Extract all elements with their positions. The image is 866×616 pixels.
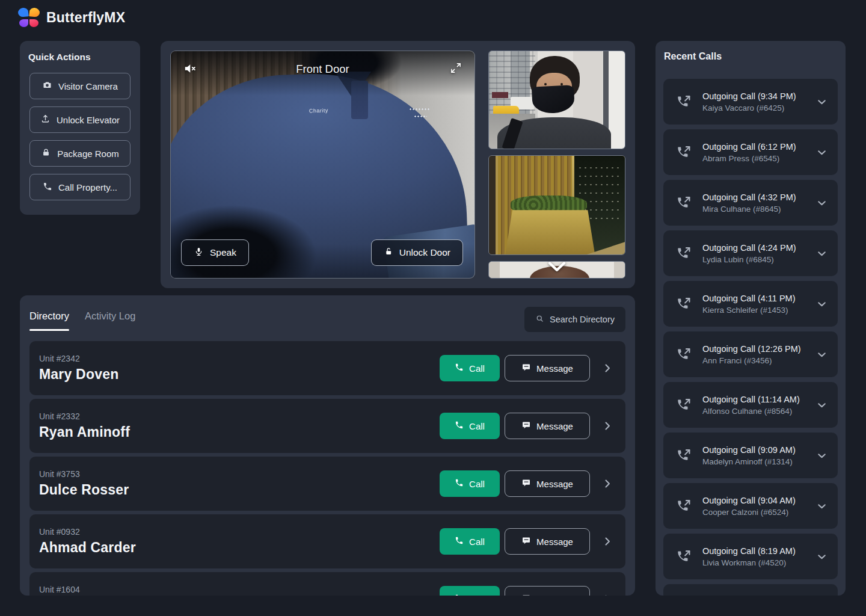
resident-name: Mary Doven xyxy=(39,366,118,383)
search-directory-label: Search Directory xyxy=(550,315,615,324)
call-button[interactable]: Call xyxy=(440,470,500,497)
recent-call-item[interactable] xyxy=(663,584,838,596)
lock-icon xyxy=(41,147,51,159)
call-info: Outgoing Call (9:34 PM) Kaiya Vaccaro (#… xyxy=(702,91,796,112)
chevron-right-icon[interactable] xyxy=(601,478,613,490)
arrow-up-from-bracket-icon xyxy=(40,114,51,126)
logo-wing-orange xyxy=(29,7,40,17)
resident-info: Unit #0932 Ahmad Carder xyxy=(39,527,136,556)
chat-bubble-icon xyxy=(521,594,531,596)
recent-call-item[interactable]: Outgoing Call (4:32 PM) Mira Culhane (#8… xyxy=(663,180,838,226)
message-button[interactable]: Message xyxy=(505,528,590,555)
call-info: Outgoing Call (8:19 AM) Livia Workman (#… xyxy=(702,546,796,567)
resident-name: Ahmad Carder xyxy=(39,540,136,556)
outgoing-call-icon xyxy=(677,196,692,211)
call-button[interactable]: Call xyxy=(440,413,500,439)
camera-icon xyxy=(42,80,52,92)
call-info: Outgoing Call (9:04 AM) Cooper Calzoni (… xyxy=(702,496,796,517)
call-property-label: Call Property... xyxy=(58,182,117,192)
directory-row[interactable]: Unit #3753 Dulce Rosser Call Mess xyxy=(29,457,625,511)
recent-call-item[interactable]: Outgoing Call (11:14 AM) Alfonso Culhane… xyxy=(663,382,838,428)
chat-bubble-icon xyxy=(521,478,531,490)
tab-directory[interactable]: Directory xyxy=(29,310,69,331)
lobby-door-edge-art xyxy=(496,156,497,254)
front-door-camera-feed: Charity Front Door Speak Unlock xyxy=(170,51,475,279)
shirt-logo-dots-art xyxy=(409,108,431,111)
call-subtitle: Kierra Schleifer (#1453) xyxy=(702,306,795,315)
chevron-right-icon[interactable] xyxy=(601,420,613,432)
directory-row[interactable]: Unit #1604 Call Message xyxy=(29,572,625,596)
chevron-down-icon[interactable] xyxy=(815,449,828,462)
recent-call-item[interactable]: Outgoing Call (9:04 AM) Cooper Calzoni (… xyxy=(663,483,838,529)
chevron-right-icon[interactable] xyxy=(601,593,613,596)
video-panel: Charity Front Door Speak Unlock xyxy=(161,41,635,288)
call-subtitle: Livia Workman (#4520) xyxy=(702,558,796,567)
message-label: Message xyxy=(536,363,573,374)
call-property-button[interactable]: Call Property... xyxy=(29,174,131,200)
message-label: Message xyxy=(536,479,573,489)
speak-button[interactable]: Speak xyxy=(181,239,249,266)
recent-call-item[interactable]: Outgoing Call (8:19 AM) Livia Workman (#… xyxy=(663,534,838,579)
message-button[interactable]: Message xyxy=(505,470,590,497)
unlock-elevator-button[interactable]: Unlock Elevator xyxy=(29,106,131,133)
brass-planter-art xyxy=(505,210,595,254)
recent-calls-panel: Recent Calls Outgoing Call (9:34 PM) Kai… xyxy=(656,41,846,596)
search-icon xyxy=(535,314,544,325)
camera-thumbnail-lobby[interactable] xyxy=(488,155,625,255)
visitor-camera-button[interactable]: Visitor Camera xyxy=(29,73,131,99)
outgoing-call-icon xyxy=(677,94,692,109)
chevron-down-icon[interactable] xyxy=(815,348,828,361)
unlock-door-button[interactable]: Unlock Door xyxy=(371,239,463,266)
chevron-down-icon[interactable] xyxy=(815,247,828,260)
call-title: Outgoing Call (11:14 AM) xyxy=(702,395,800,404)
search-directory-button[interactable]: Search Directory xyxy=(524,307,625,332)
chevron-right-icon[interactable] xyxy=(601,362,613,374)
chevron-down-icon[interactable] xyxy=(815,500,828,513)
chevron-right-icon[interactable] xyxy=(601,535,613,547)
chevron-down-icon[interactable] xyxy=(815,399,828,411)
row-actions: Call Message xyxy=(440,470,613,497)
directory-row[interactable]: Unit #2332 Ryan Aminoff Call Mess xyxy=(29,399,625,453)
resident-info: Unit #2332 Ryan Aminoff xyxy=(39,411,130,440)
directory-row[interactable]: Unit #0932 Ahmad Carder Call Mess xyxy=(29,514,625,568)
directory-row[interactable]: Unit #2342 Mary Doven Call Messag xyxy=(29,341,625,395)
chevron-down-icon[interactable] xyxy=(815,146,828,159)
outgoing-call-icon xyxy=(677,448,692,463)
fullscreen-button[interactable] xyxy=(449,61,462,76)
call-button[interactable]: Call xyxy=(440,586,500,596)
recent-call-item[interactable]: Outgoing Call (4:24 PM) Lydia Lubin (#68… xyxy=(663,230,838,276)
recent-call-item[interactable]: Outgoing Call (9:09 AM) Madelyn Aminoff … xyxy=(663,433,838,478)
outgoing-call-icon xyxy=(677,246,692,261)
package-room-button[interactable]: Package Room xyxy=(29,140,131,167)
tab-activity-log[interactable]: Activity Log xyxy=(85,310,135,331)
logo-wing-blue xyxy=(17,7,28,17)
recent-call-item[interactable]: Outgoing Call (4:11 PM) Kierra Schleifer… xyxy=(663,281,838,327)
camera-thumbnail-visitor[interactable] xyxy=(488,51,625,149)
message-button[interactable]: Message xyxy=(505,355,590,381)
message-label: Message xyxy=(536,537,573,547)
unit-number: Unit #1604 xyxy=(39,585,80,594)
chevron-down-icon[interactable] xyxy=(815,298,828,310)
chevron-down-icon[interactable] xyxy=(815,550,828,563)
chevron-down-icon[interactable] xyxy=(815,96,828,108)
recent-call-item[interactable]: Outgoing Call (6:12 PM) Abram Press (#65… xyxy=(663,129,838,175)
chevron-down-icon[interactable] xyxy=(815,197,828,209)
recent-calls-title: Recent Calls xyxy=(664,51,722,62)
call-button[interactable]: Call xyxy=(440,355,500,381)
unlock-door-label: Unlock Door xyxy=(399,247,450,258)
visitor-camera-label: Visitor Camera xyxy=(58,81,118,91)
mute-button[interactable] xyxy=(183,61,197,78)
more-cameras-chevron-icon[interactable] xyxy=(547,261,567,275)
message-button[interactable]: Message xyxy=(505,586,590,596)
phone-icon xyxy=(455,594,464,596)
recent-call-item[interactable]: Outgoing Call (9:34 PM) Kaiya Vaccaro (#… xyxy=(663,79,838,125)
recent-call-item[interactable]: Outgoing Call (12:26 PM) Ann Franci (#34… xyxy=(663,331,838,377)
outgoing-call-icon xyxy=(677,297,692,312)
call-button[interactable]: Call xyxy=(440,528,500,555)
call-subtitle: Mira Culhane (#8645) xyxy=(702,205,796,214)
call-info: Outgoing Call (12:26 PM) Ann Franci (#34… xyxy=(702,344,801,365)
unit-number: Unit #2342 xyxy=(39,354,118,363)
app-header: ButterflyMX xyxy=(18,8,125,27)
logo-wing-red xyxy=(29,19,38,27)
message-button[interactable]: Message xyxy=(505,413,590,439)
